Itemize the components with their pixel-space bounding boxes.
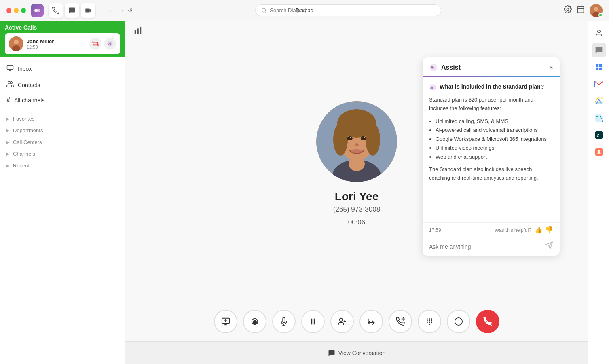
- mute-button[interactable]: [272, 310, 296, 333]
- center-area: Lori Yee (265) 973-3008 00:06 REC: [125, 21, 588, 364]
- assist-answer-intro: Standard plan is $20 per user per month …: [429, 96, 553, 113]
- sidebar-recent[interactable]: ▶ Recent: [0, 160, 125, 171]
- assist-send-button[interactable]: [545, 241, 553, 252]
- svg-rect-46: [311, 319, 313, 325]
- active-call-item[interactable]: Jane Miller 12:53: [5, 33, 120, 54]
- thumbs-up-button[interactable]: 👍: [535, 226, 543, 234]
- message-icon-btn[interactable]: [65, 3, 79, 18]
- titlebar-right: [564, 4, 603, 17]
- right-icon-gmail[interactable]: [592, 77, 606, 91]
- svg-point-56: [429, 320, 430, 322]
- close-traffic-light[interactable]: [6, 8, 11, 13]
- svg-point-57: [431, 320, 432, 322]
- active-calls-label: Active Calls: [5, 24, 120, 31]
- right-icon-hubspot[interactable]: [592, 145, 606, 159]
- active-calls-section: Active Calls Jane Miller 12:53: [0, 21, 125, 57]
- search-input[interactable]: [270, 7, 435, 13]
- sidebar-channels-section[interactable]: ▶ Channels: [0, 148, 125, 160]
- sidebar-favorites[interactable]: ▶ Favorites: [0, 113, 125, 125]
- ai-assist-call-button[interactable]: Ai: [104, 38, 116, 50]
- thumbs-down-button[interactable]: 👎: [545, 226, 553, 234]
- caller-number: (265) 973-3008: [333, 205, 380, 214]
- svg-rect-73: [596, 68, 598, 70]
- minimize-traffic-light[interactable]: [14, 8, 19, 13]
- svg-point-33: [361, 136, 366, 140]
- forward-button[interactable]: →: [118, 7, 125, 14]
- svg-point-35: [364, 137, 365, 138]
- assist-timestamp: 17:59: [429, 227, 441, 233]
- sidebar-nav-channels[interactable]: # All channels: [0, 93, 125, 108]
- right-icon-cloud[interactable]: [592, 111, 606, 125]
- add-person-button[interactable]: [330, 310, 354, 333]
- channels-icon: #: [6, 97, 10, 104]
- assist-input-row: [423, 237, 560, 256]
- assist-answer-footer: The Standard plan also includes live spe…: [429, 165, 553, 182]
- svg-point-79: [598, 150, 600, 152]
- more-button[interactable]: [447, 310, 470, 333]
- end-call-button[interactable]: [476, 310, 499, 333]
- view-conversation-bar[interactable]: View Conversation: [125, 341, 588, 364]
- assist-header: Ai Assist ×: [423, 57, 560, 77]
- video-icon-btn[interactable]: [81, 3, 95, 18]
- sidebar: Active Calls Jane Miller 12:53: [0, 21, 125, 364]
- svg-point-55: [427, 320, 428, 322]
- svg-rect-20: [135, 30, 136, 34]
- main-layout: Active Calls Jane Miller 12:53: [0, 21, 609, 364]
- feature-item-3: Unlimited video meetings: [436, 144, 553, 152]
- call-controls: REC: [125, 302, 588, 341]
- assist-question: Ai What is included in the Standard plan…: [429, 83, 553, 91]
- svg-rect-16: [7, 65, 13, 70]
- keypad-button[interactable]: [418, 310, 441, 333]
- maximize-traffic-light[interactable]: [21, 8, 26, 13]
- sidebar-nav: Inbox Contacts # All channels: [0, 57, 125, 111]
- svg-point-1: [37, 9, 40, 12]
- assist-close-button[interactable]: ×: [549, 63, 553, 72]
- right-icon-person[interactable]: [592, 26, 606, 40]
- calendar-button[interactable]: [577, 5, 585, 15]
- svg-point-54: [431, 318, 432, 320]
- sidebar-nav-inbox[interactable]: Inbox: [0, 61, 125, 77]
- assist-input[interactable]: [429, 243, 542, 250]
- feature-item-2: Google Workspace & Microsoft 365 integra…: [436, 135, 553, 144]
- sidebar-departments[interactable]: ▶ Departments: [0, 125, 125, 136]
- svg-point-32: [347, 136, 353, 140]
- user-avatar-container[interactable]: [590, 4, 603, 17]
- sidebar-nav-contacts[interactable]: Contacts: [0, 77, 125, 93]
- recent-label: Recent: [13, 163, 30, 169]
- assist-title: Ai Assist: [429, 63, 461, 72]
- nav-arrows: ← → ↺: [108, 7, 133, 14]
- call-top-bar: [125, 21, 588, 42]
- phone-icon-btn[interactable]: [49, 3, 63, 18]
- nav-icons: [49, 3, 95, 18]
- search-bar: [255, 4, 441, 16]
- right-icon-drive[interactable]: [592, 94, 606, 108]
- feature-item-4: Web and chat support: [436, 152, 553, 161]
- call-centers-arrow-icon: ▶: [6, 140, 10, 144]
- right-icon-calendar[interactable]: [592, 60, 606, 74]
- assist-content: Ai What is included in the Standard plan…: [423, 77, 560, 222]
- channels-label: All channels: [14, 97, 45, 104]
- view-conversation-label: View Conversation: [338, 350, 385, 356]
- back-button[interactable]: ←: [108, 7, 115, 14]
- transfer-button[interactable]: [359, 310, 383, 333]
- caller-name: Lori Yee: [335, 190, 379, 203]
- right-icon-chat[interactable]: [592, 43, 606, 57]
- svg-point-13: [14, 40, 19, 44]
- coach-button[interactable]: [389, 310, 412, 333]
- svg-point-19: [8, 81, 11, 84]
- svg-text:REC: REC: [253, 321, 258, 324]
- record-button[interactable]: REC: [243, 310, 266, 333]
- caller-face-svg: [316, 101, 397, 182]
- svg-text:Ai: Ai: [430, 86, 433, 89]
- settings-button[interactable]: [564, 5, 572, 15]
- svg-point-37: [351, 149, 362, 153]
- sidebar-call-centers[interactable]: ▶ Call Centers: [0, 136, 125, 148]
- feature-item-0: Unlimited calling, SMS, & MMS: [436, 117, 553, 126]
- pause-button[interactable]: [301, 310, 325, 333]
- screen-share-button[interactable]: [214, 310, 237, 333]
- refresh-button[interactable]: ↺: [128, 7, 133, 14]
- svg-rect-21: [137, 28, 139, 34]
- right-icon-zendesk[interactable]: Z: [592, 128, 606, 142]
- transfer-call-button[interactable]: [89, 38, 102, 50]
- titlebar: ← → ↺ Dialpad: [0, 0, 609, 21]
